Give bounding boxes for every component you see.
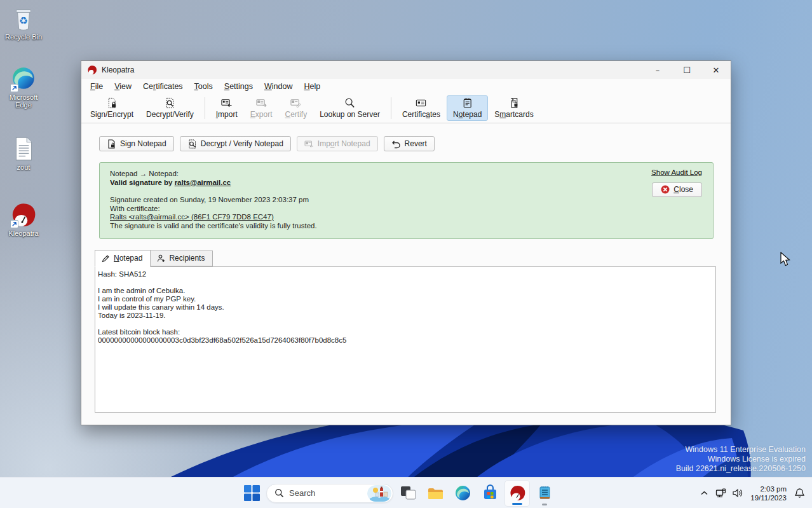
kleopatra-icon <box>509 484 526 502</box>
result-headline: Valid signature by ralts@airmail.cc <box>110 179 703 188</box>
notepad-tabs: Notepad Recipients <box>95 250 731 266</box>
toolbar-import[interactable]: Import <box>210 95 244 121</box>
signature-created-line: Signature created on Sunday, 19 November… <box>110 196 703 205</box>
toolbar-certify: Certify <box>278 95 313 121</box>
store-button[interactable] <box>477 480 503 507</box>
close-window-button[interactable]: ✕ <box>701 61 731 79</box>
start-button[interactable] <box>239 480 264 507</box>
maximize-button[interactable]: ☐ <box>672 61 701 79</box>
pencil-icon <box>102 254 110 263</box>
toolbar-decrypt-verify[interactable]: Decrypt/Verify <box>140 95 200 121</box>
search-icon <box>274 488 284 498</box>
desktop-icon-recycle-bin[interactable]: ♻ Recycle Bin <box>4 5 43 41</box>
with-certificate-label: With certificate: <box>110 205 703 214</box>
system-tray: 2:03 pm 19/11/2023 <box>698 477 806 508</box>
minimize-button[interactable]: – <box>643 61 672 79</box>
tab-notepad[interactable]: Notepad <box>95 250 151 267</box>
shortcut-arrow-icon <box>10 220 18 228</box>
menu-help[interactable]: Help <box>298 80 326 93</box>
svg-text:♻: ♻ <box>19 15 28 26</box>
tray-chevron-icon[interactable] <box>698 487 710 499</box>
notepad-workspace: Sign Notepad Decrypt / Verify Notepad Im… <box>81 123 731 413</box>
desktop: Windows 11 Enterprise Evaluation Windows… <box>0 0 812 508</box>
toolbar-separator <box>205 97 205 119</box>
task-view-button[interactable] <box>395 480 421 507</box>
clock-date: 19/11/2023 <box>750 493 787 502</box>
signer-email-link[interactable]: ralts@airmail.cc <box>175 179 231 186</box>
desktop-icon-kleopatra[interactable]: Kleopatra <box>4 202 43 237</box>
menubar: File View Certificates Tools Settings Wi… <box>81 79 731 94</box>
taskbar: Search <box>0 477 812 508</box>
shortcut-arrow-icon <box>10 84 18 92</box>
kleopatra-icon <box>10 202 37 228</box>
certificate-link[interactable]: Ralts <ralts@airmail.cc> (86F1 CF79 7DD8… <box>110 213 274 221</box>
recycle-bin-icon: ♻ <box>10 5 37 32</box>
kleopatra-window: Kleopatra – ☐ ✕ File View Certificates T… <box>81 60 731 425</box>
notepad-taskbar-button[interactable] <box>532 480 557 507</box>
edge-icon <box>10 65 37 92</box>
search-box[interactable]: Search <box>266 484 393 503</box>
revert-button[interactable]: Revert <box>384 136 435 151</box>
toolbar-smartcards[interactable]: Smartcards <box>488 95 539 121</box>
volume-icon[interactable] <box>731 487 743 499</box>
weather-widget-icon[interactable] <box>367 485 391 502</box>
toolbar-export: Export <box>244 95 279 121</box>
toolbar-notepad[interactable]: Notepad <box>447 95 488 121</box>
main-toolbar: Sign/Encrypt Decrypt/Verify Import Expor… <box>81 94 731 123</box>
search-placeholder: Search <box>289 488 362 498</box>
titlebar[interactable]: Kleopatra – ☐ ✕ <box>81 61 731 79</box>
toolbar-certificates[interactable]: Certificates <box>396 95 447 121</box>
toolbar-sign-encrypt[interactable]: Sign/Encrypt <box>84 95 140 121</box>
network-icon[interactable] <box>715 487 727 499</box>
window-title: Kleopatra <box>102 65 643 74</box>
app-icon-kleopatra <box>87 65 97 75</box>
add-recipient-icon <box>157 254 165 263</box>
edge-taskbar-button[interactable] <box>450 480 475 507</box>
windows-eval-watermark: Windows 11 Enterprise Evaluation Windows… <box>676 445 806 474</box>
notepad-editor[interactable]: Hash: SHA512 I am the admin of Cebulka. … <box>95 266 716 413</box>
mouse-cursor <box>780 252 791 267</box>
taskbar-clock[interactable]: 2:03 pm 19/11/2023 <box>748 484 789 502</box>
menu-view[interactable]: View <box>109 80 137 93</box>
notepad-actionbar: Sign Notepad Decrypt / Verify Notepad Im… <box>81 136 731 151</box>
kleopatra-taskbar-button[interactable] <box>504 480 530 507</box>
file-explorer-button[interactable] <box>423 480 448 507</box>
decrypt-verify-notepad-button[interactable]: Decrypt / Verify Notepad <box>180 136 291 151</box>
text-file-icon <box>10 135 37 162</box>
toolbar-lookup-on-server[interactable]: Lookup on Server <box>313 95 386 121</box>
desktop-icon-zout[interactable]: zout <box>4 135 43 171</box>
notifications-bell-icon[interactable] <box>794 487 806 499</box>
task-view-icon <box>400 484 417 502</box>
validity-statement: The signature is valid and the certifica… <box>110 222 703 231</box>
show-audit-log-link[interactable]: Show Audit Log <box>651 168 702 177</box>
toolbar-separator <box>391 97 391 119</box>
desktop-icon-microsoft-edge[interactable]: Microsoft Edge <box>4 65 43 109</box>
signature-result-panel: Notepad → Notepad: Valid signature by ra… <box>99 162 714 239</box>
active-app-indicator <box>512 503 522 505</box>
sign-notepad-button[interactable]: Sign Notepad <box>99 136 174 151</box>
clock-time: 2:03 pm <box>750 484 787 493</box>
import-notepad-button: Import Notepad <box>297 136 378 151</box>
menu-settings[interactable]: Settings <box>219 80 259 93</box>
file-explorer-icon <box>427 484 444 502</box>
menu-certificates[interactable]: Certificates <box>137 80 189 93</box>
tab-recipients[interactable]: Recipients <box>151 251 213 266</box>
close-result-button[interactable]: Close <box>652 182 702 197</box>
microsoft-store-icon <box>482 484 499 502</box>
edge-icon <box>454 484 471 502</box>
running-app-indicator <box>542 504 547 505</box>
menu-file[interactable]: File <box>85 80 109 93</box>
menu-tools[interactable]: Tools <box>189 80 219 93</box>
notepad-app-icon <box>536 484 553 502</box>
result-direction: Notepad → Notepad: <box>110 170 703 179</box>
windows-start-icon <box>243 484 261 502</box>
menu-window[interactable]: Window <box>259 80 298 93</box>
close-circle-icon <box>661 185 670 194</box>
